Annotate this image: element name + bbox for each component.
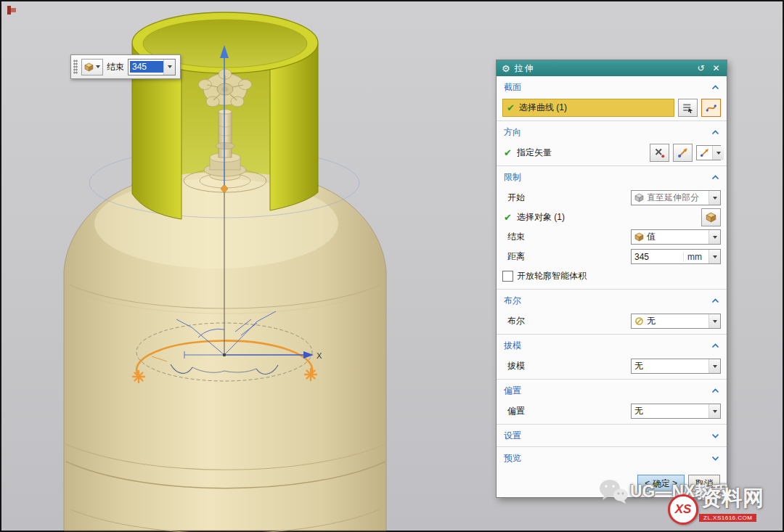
curve-icon — [706, 102, 716, 113]
distance-input[interactable]: 345 mm — [631, 249, 721, 264]
inline-input-value[interactable]: 345 — [130, 61, 163, 73]
draft-group: 拔模 拔模 无 — [497, 334, 727, 379]
distance-value[interactable]: 345 — [634, 252, 680, 262]
draft-label: 拔模 — [502, 360, 525, 372]
chevron-up-icon[interactable] — [711, 298, 719, 303]
close-icon[interactable]: ✕ — [711, 63, 722, 73]
end-label: 结束 — [502, 231, 525, 243]
end-limit-value: 值 — [647, 231, 706, 243]
vector-dialog-button[interactable] — [673, 144, 693, 162]
cube-icon — [634, 193, 644, 202]
nx-application-window: X 结束 345 ⚙ 拉伸 ↺ ✕ 截面 — [0, 0, 784, 532]
chevron-up-icon[interactable] — [711, 388, 719, 393]
offset-label: 偏置 — [502, 405, 525, 417]
select-curve-label: 选择曲线 (1) — [519, 102, 567, 114]
two-point-vector-button[interactable] — [650, 144, 669, 162]
direction-header-label: 方向 — [504, 126, 521, 139]
extrude-dialog: ⚙ 拉伸 ↺ ✕ 截面 ✔ 选择曲线 (1) — [496, 60, 727, 498]
offset-header[interactable]: 偏置 — [497, 380, 727, 401]
none-icon — [634, 316, 644, 326]
offset-header-label: 偏置 — [504, 385, 521, 397]
distance-inline-input[interactable]: 345 — [128, 59, 176, 75]
watermark-site: 资料网 — [701, 484, 764, 513]
cube-icon — [84, 62, 94, 72]
chevron-up-icon[interactable] — [711, 85, 719, 90]
endpoint-star-marker — [133, 371, 144, 382]
distance-unit: mm — [683, 252, 706, 262]
boolean-header[interactable]: 布尔 — [497, 290, 727, 311]
settings-group: 设置 — [497, 424, 727, 446]
check-icon: ✔ — [502, 147, 513, 158]
viewport-corner-icon — [7, 6, 16, 15]
chevron-up-icon[interactable] — [711, 175, 719, 180]
draft-header-label: 拔模 — [504, 340, 521, 352]
chevron-down-icon[interactable] — [711, 456, 719, 461]
check-icon: ✔ — [505, 102, 516, 113]
open-profile-label: 开放轮廓智能体积 — [517, 270, 587, 282]
sketch-section-button[interactable] — [701, 99, 721, 117]
section-header-label: 截面 — [504, 81, 521, 94]
reset-icon[interactable]: ↺ — [695, 63, 706, 73]
watermark-logo: XS — [668, 494, 698, 525]
inline-input-dropdown[interactable] — [163, 60, 175, 75]
direction-header[interactable]: 方向 — [497, 121, 727, 143]
watermark-url: ZL.XS1616.COM — [699, 514, 756, 522]
offset-value: 无 — [634, 405, 706, 417]
chevron-up-icon[interactable] — [711, 343, 719, 348]
start-limit-value: 直至延伸部分 — [647, 192, 706, 204]
chevron-down-icon[interactable] — [711, 433, 719, 438]
wechat-icon — [598, 478, 629, 504]
boolean-group: 布尔 布尔 无 — [497, 289, 727, 334]
limits-header-label: 限制 — [504, 171, 521, 184]
draft-header[interactable]: 拔模 — [497, 335, 727, 356]
check-icon: ✔ — [502, 212, 513, 223]
dialog-header[interactable]: ⚙ 拉伸 ↺ ✕ — [497, 60, 727, 76]
section-group: 截面 ✔ 选择曲线 (1) — [497, 76, 727, 120]
start-label: 开始 — [502, 192, 525, 204]
select-curve-row[interactable]: ✔ 选择曲线 (1) — [502, 99, 674, 117]
end-limit-dropdown[interactable]: 值 — [631, 229, 721, 245]
select-object-label: 选择对象 (1) — [517, 211, 565, 224]
sketch-origin-point — [223, 353, 226, 356]
settings-header[interactable]: 设置 — [497, 425, 727, 446]
snap-option-dropdown[interactable] — [81, 59, 103, 75]
preview-group: 预览 — [497, 446, 727, 469]
dynamic-input-toolbar: 结束 345 — [70, 54, 181, 79]
draft-value: 无 — [634, 360, 706, 372]
section-select-button[interactable] — [678, 99, 698, 117]
end-limit-inline-label: 结束 — [107, 61, 124, 73]
vector-type-dropdown[interactable] — [696, 145, 721, 160]
draft-dropdown[interactable]: 无 — [631, 359, 721, 374]
cube-icon — [706, 212, 716, 223]
preview-header[interactable]: 预览 — [497, 447, 727, 469]
offset-dropdown[interactable]: 无 — [631, 404, 721, 419]
toolbar-grip[interactable] — [73, 60, 78, 74]
settings-header-label: 设置 — [504, 430, 521, 442]
direction-group: 方向 ✔ 指定矢量 — [497, 120, 727, 165]
chevron-up-icon[interactable] — [711, 130, 719, 135]
distance-options-dropdown[interactable] — [709, 250, 720, 263]
open-profile-checkbox[interactable] — [502, 271, 513, 282]
vector-icon — [677, 147, 688, 158]
gear-icon: ⚙ — [502, 64, 510, 73]
x-axis-label: X — [317, 351, 322, 360]
endpoint-star-marker — [305, 369, 317, 380]
boolean-header-label: 布尔 — [504, 295, 521, 307]
vector-icon — [700, 148, 709, 157]
start-limit-dropdown[interactable]: 直至延伸部分 — [631, 190, 721, 205]
section-header[interactable]: 截面 — [497, 76, 727, 98]
boolean-value: 无 — [647, 315, 706, 327]
select-object-button[interactable] — [701, 208, 721, 226]
boolean-dropdown[interactable]: 无 — [631, 314, 721, 329]
watermark: UG—NX教程 XS 资料网 ZL.XS1616.COM — [598, 474, 778, 529]
cube-icon — [634, 232, 644, 242]
preview-header-label: 预览 — [504, 452, 521, 465]
dialog-title: 拉伸 — [515, 62, 691, 75]
distance-label: 距离 — [502, 250, 525, 263]
specify-vector-label: 指定矢量 — [517, 147, 552, 159]
offset-group: 偏置 偏置 无 — [497, 379, 727, 424]
limits-header[interactable]: 限制 — [497, 166, 727, 188]
point-dialog-icon — [654, 147, 665, 158]
model-cylinder-body[interactable] — [64, 168, 386, 532]
limits-group: 限制 开始 直至延伸部分 ✔ 选择对象 (1) — [497, 165, 727, 289]
